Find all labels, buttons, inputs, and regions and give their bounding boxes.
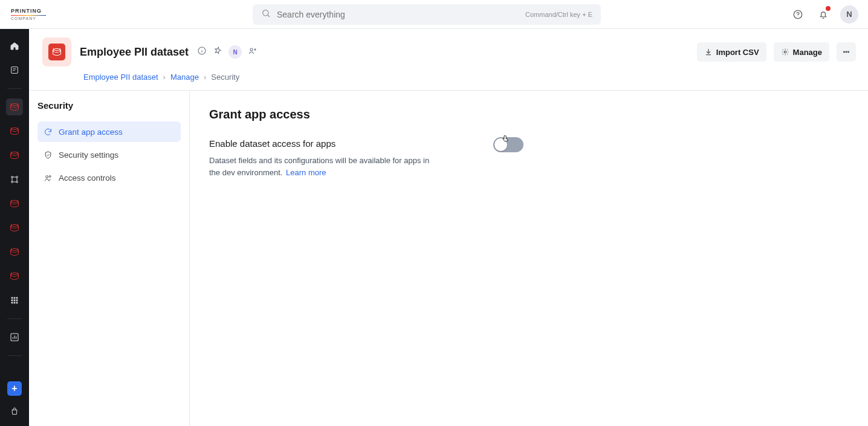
breadcrumb-current: Security (211, 73, 239, 82)
page-title: Employee PII dataset (80, 46, 189, 59)
learn-more-link[interactable]: Learn more (286, 168, 326, 177)
sidebar-item-security-settings[interactable]: Security settings (37, 144, 181, 165)
brand-sub: COMPANY (11, 16, 46, 21)
rail-app-icon[interactable] (6, 62, 23, 79)
body-row: Security Grant app access Security setti… (29, 91, 868, 426)
rail-dataset-icon[interactable] (6, 123, 23, 140)
svg-point-25 (784, 51, 786, 53)
refresh-icon (44, 127, 53, 137)
rail-dataset-icon[interactable] (6, 147, 23, 164)
share-icon[interactable] (248, 46, 257, 58)
rail-analytics-icon[interactable] (6, 329, 23, 346)
svg-rect-9 (11, 297, 13, 299)
svg-point-6 (16, 176, 18, 178)
page-header: Employee PII dataset N Import CSV Manage (29, 29, 868, 91)
svg-rect-16 (14, 302, 16, 304)
import-csv-label: Import CSV (716, 48, 759, 57)
manage-label: Manage (793, 48, 822, 57)
dataset-icon (48, 44, 65, 60)
setting-label: Enable dataset access for apps (209, 138, 457, 149)
entity-tile (42, 37, 71, 66)
svg-point-21 (202, 49, 202, 50)
rail-dataset-icon[interactable] (6, 195, 23, 212)
main-content: Grant app access Enable dataset access f… (190, 91, 868, 426)
rail-marketplace-icon[interactable] (6, 403, 23, 420)
rail-dataset-icon[interactable] (6, 219, 23, 236)
sidebar-item-label: Security settings (59, 150, 118, 160)
more-button[interactable] (837, 42, 856, 62)
search-shortcut-hint: Command/Ctrl key + E (525, 11, 592, 18)
svg-line-1 (268, 15, 270, 17)
page-header-row: Employee PII dataset N Import CSV Manage (42, 37, 856, 66)
svg-rect-4 (11, 67, 18, 74)
svg-point-0 (263, 10, 268, 15)
nav-rail: + (0, 29, 29, 426)
rail-separator (7, 318, 22, 319)
global-search[interactable]: Command/Ctrl key + E (253, 4, 601, 25)
breadcrumb-item[interactable]: Manage (170, 73, 199, 82)
pin-icon[interactable] (213, 46, 222, 58)
chevron-right-icon: › (163, 73, 166, 82)
svg-rect-17 (16, 302, 18, 304)
avatar-letter: N (846, 10, 852, 19)
notifications-button[interactable] (815, 6, 832, 23)
rail-separator (7, 88, 22, 89)
sidebar-title: Security (37, 100, 181, 111)
svg-point-30 (49, 175, 51, 177)
rail-apps-icon[interactable] (6, 292, 23, 309)
search-input[interactable] (277, 10, 519, 19)
svg-point-29 (46, 175, 48, 178)
shield-check-icon (44, 150, 53, 160)
svg-rect-12 (11, 300, 13, 302)
sidebar-item-grant-app-access[interactable]: Grant app access (37, 121, 181, 142)
manage-button[interactable]: Manage (774, 42, 829, 62)
import-csv-button[interactable]: Import CSV (697, 42, 766, 62)
sidebar-item-label: Grant app access (59, 127, 123, 137)
rail-dataset-icon[interactable] (6, 244, 23, 260)
security-sidebar: Security Grant app access Security setti… (29, 91, 190, 426)
user-avatar[interactable]: N (840, 5, 858, 24)
svg-point-3 (798, 16, 798, 17)
setting-text: Enable dataset access for apps Dataset f… (209, 138, 457, 178)
rail-separator (7, 355, 22, 356)
sidebar-item-label: Access controls (59, 173, 116, 182)
brand-name: PRINTING (11, 8, 46, 14)
svg-point-26 (844, 51, 845, 53)
svg-point-22 (250, 48, 253, 51)
enable-access-toggle[interactable] (493, 137, 523, 152)
page-meta-icons: N (197, 45, 257, 59)
brand-logo[interactable]: PRINTING COMPANY (11, 8, 46, 21)
svg-point-27 (846, 51, 847, 53)
svg-point-5 (11, 176, 13, 178)
svg-point-7 (11, 181, 13, 183)
breadcrumb-item[interactable]: Employee PII dataset (83, 73, 158, 82)
svg-rect-13 (14, 300, 16, 302)
rail-dataset-current-icon[interactable] (6, 98, 23, 115)
setting-row: Enable dataset access for apps Dataset f… (209, 138, 523, 178)
chevron-right-icon: › (204, 73, 206, 82)
owner-avatar[interactable]: N (228, 45, 242, 59)
svg-point-28 (848, 51, 849, 53)
search-icon (261, 8, 271, 21)
section-title: Grant app access (209, 108, 849, 121)
notification-dot (826, 6, 831, 11)
svg-rect-14 (16, 300, 18, 302)
rail-home-icon[interactable] (6, 37, 23, 54)
topbar-right: N (789, 5, 858, 24)
help-button[interactable] (789, 6, 806, 23)
rail-dataset-icon[interactable] (6, 268, 23, 285)
rail-schema-icon[interactable] (6, 171, 23, 188)
toggle-knob (494, 138, 507, 151)
page-actions: Import CSV Manage (697, 42, 856, 62)
breadcrumb: Employee PII dataset › Manage › Security (42, 66, 856, 90)
users-icon (44, 173, 53, 182)
page-area: Employee PII dataset N Import CSV Manage (29, 29, 868, 426)
svg-rect-10 (14, 297, 16, 299)
info-icon[interactable] (197, 46, 207, 58)
sidebar-item-access-controls[interactable]: Access controls (37, 167, 181, 188)
rail-add-button[interactable]: + (7, 381, 22, 396)
svg-point-8 (16, 181, 18, 183)
topbar: PRINTING COMPANY Command/Ctrl key + E N (0, 0, 868, 29)
setting-description: Dataset fields and its configurations wi… (209, 155, 433, 178)
svg-rect-15 (11, 302, 13, 304)
